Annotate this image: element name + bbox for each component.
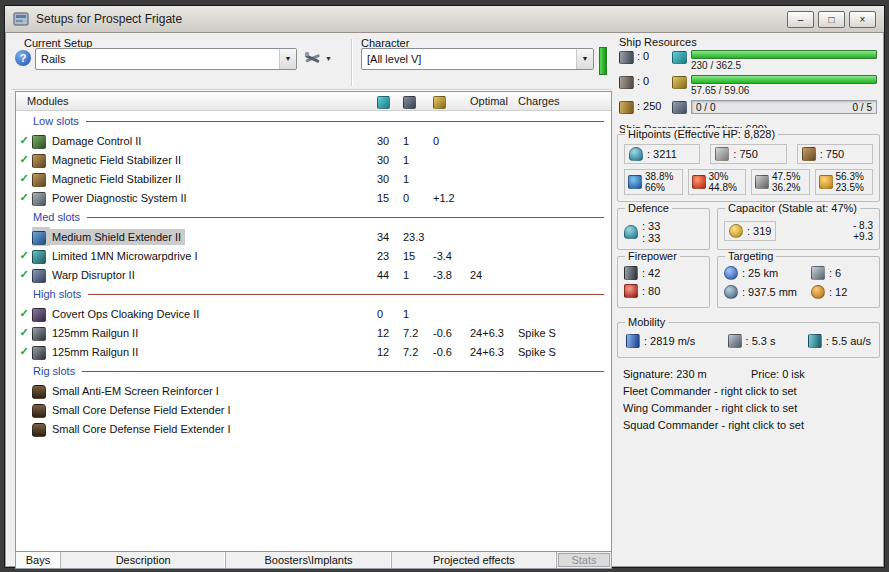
module-row-selected[interactable]: Medium Shield Extender II 34 23.3 (16, 227, 611, 246)
module-row[interactable]: Small Core Defense Field Extender I (16, 419, 611, 438)
module-row[interactable]: ✓ 125mm Railgun II 12 7.2 -0.6 24+6.3 Sp… (16, 323, 611, 342)
module-pg: 1 (403, 173, 433, 185)
module-cap: -3.4 (433, 250, 470, 262)
module-row[interactable]: ✓ 125mm Railgun II 12 7.2 -0.6 24+6.3 Sp… (16, 342, 611, 361)
modules-header[interactable]: Modules Optimal Charges (16, 92, 611, 111)
module-cap: 0 (433, 135, 470, 147)
module-cpu: 30 (377, 173, 403, 185)
capacitor-drain: - 8.3 (853, 220, 873, 231)
tab-boosters-implants[interactable]: Boosters\Implants (226, 552, 391, 568)
module-cpu: 12 (377, 327, 403, 339)
character-select[interactable]: [All level V] ▼ (361, 48, 594, 70)
optimal-column-header[interactable]: Optimal (470, 95, 518, 107)
window-controls: – □ × (787, 11, 876, 28)
module-cpu: 44 (377, 269, 403, 281)
maximize-button[interactable]: □ (818, 11, 845, 28)
shield-icon (629, 147, 643, 161)
setup-tools-button[interactable]: ▼ (303, 50, 332, 67)
minimize-button[interactable]: – (787, 11, 814, 28)
tab-description[interactable]: Description (61, 552, 226, 568)
module-cpu: 23 (377, 250, 403, 262)
module-row[interactable]: ✓ Damage Control II 30 1 0 (16, 131, 611, 150)
chevron-down-icon[interactable]: ▼ (576, 49, 593, 69)
fitted-check-icon: ✓ (16, 326, 32, 339)
thermal-armor-resist: 44.8% (709, 182, 737, 193)
fleet-commander-setting[interactable]: Fleet Commander - right click to set (623, 385, 797, 397)
explosive-resist-cell: 56.3%23.5% (815, 169, 874, 195)
module-row[interactable]: Small Core Defense Field Extender I (16, 400, 611, 419)
chevron-down-icon[interactable]: ▼ (279, 49, 296, 69)
help-icon[interactable]: ? (15, 50, 31, 66)
squad-commander-setting[interactable]: Squad Commander - right click to set (623, 419, 804, 431)
module-cpu: 34 (377, 231, 403, 243)
module-pg: 7.2 (403, 346, 433, 358)
stats-button[interactable]: Stats (558, 553, 610, 567)
module-name: Covert Ops Cloaking Device II (50, 306, 203, 322)
charges-column-header[interactable]: Charges (518, 95, 611, 107)
max-velocity-icon (626, 334, 640, 348)
module-cpu: 15 (377, 192, 403, 204)
max-targets-icon (811, 266, 825, 280)
module-row[interactable]: ✓ Limited 1MN Microwarpdrive I 23 15 -3.… (16, 246, 611, 265)
module-row[interactable]: ✓ Magnetic Field Stabilizer II 30 1 (16, 150, 611, 169)
cpu-column-icon[interactable] (377, 96, 390, 109)
firepower-box: Firepower : 42 : 80 (617, 256, 710, 308)
thermal-shield-resist: 30% (709, 171, 737, 182)
kinetic-shield-resist: 47.5% (772, 171, 800, 182)
module-row[interactable]: ✓ Covert Ops Cloaking Device II 0 1 (16, 304, 611, 323)
section-low-slots: Low slots (16, 111, 611, 131)
module-row[interactable]: ✓ Warp Disruptor II 44 1 -3.8 24 (16, 265, 611, 284)
ship-resources-title: Ship Resources (619, 36, 877, 48)
tab-bays[interactable]: Bays (16, 552, 61, 568)
module-cpu: 0 (377, 308, 403, 320)
thermal-resist-icon (692, 175, 706, 189)
section-rig-slots: Rig slots (16, 361, 611, 381)
launcher-hardpoints-icon (619, 76, 634, 89)
fitted-check-icon: ✓ (16, 134, 32, 147)
tab-projected-effects[interactable]: Projected effects (392, 552, 557, 568)
powergrid-column-icon[interactable] (403, 96, 416, 109)
mobility-title: Mobility (625, 316, 668, 328)
titlebar[interactable]: Setups for Prospect Frigate – □ × (5, 6, 884, 33)
module-row[interactable]: Small Anti-EM Screen Reinforcer I (16, 381, 611, 400)
explosive-shield-resist: 56.3% (836, 171, 864, 182)
defence-title: Defence (625, 202, 672, 214)
close-button[interactable]: × (849, 11, 876, 28)
module-name: Medium Shield Extender II (50, 229, 185, 245)
module-name: Magnetic Field Stabilizer II (50, 171, 185, 187)
module-name: Power Diagnostic System II (50, 190, 191, 206)
em-armor-resist: 66% (645, 182, 673, 193)
module-cap: -3.8 (433, 269, 470, 281)
chevron-down-icon[interactable]: ▼ (325, 55, 332, 62)
hitpoints-title: Hitpoints (Effective HP: 8,828) (625, 128, 778, 140)
module-pg: 1 (403, 154, 433, 166)
rig-icon (32, 423, 46, 437)
cpu-bar (691, 50, 877, 59)
section-med-slots: Med slots (16, 207, 611, 227)
capacitor-amount-cell: : 319 (724, 221, 776, 241)
module-cap: -0.6 (433, 327, 470, 339)
capacitor-column-icon[interactable] (433, 96, 446, 109)
railgun-icon (32, 327, 46, 341)
targeting-box: Targeting : 25 km : 6 : 937.5 mm : 12 (717, 256, 880, 308)
rig-icon (32, 385, 46, 399)
app-icon (13, 11, 29, 27)
wing-commander-setting[interactable]: Wing Commander - right click to set (623, 402, 797, 414)
scan-resolution: : 937.5 mm (742, 286, 797, 298)
module-row[interactable]: ✓ Magnetic Field Stabilizer II 30 1 (16, 169, 611, 188)
shield-hp: : 3211 (647, 148, 677, 160)
setup-select[interactable]: Rails ▼ (35, 48, 297, 70)
volley-icon (624, 266, 638, 280)
defence-value-2: : 33 (642, 232, 660, 244)
tab-bar: Bays Description Boosters\Implants Proje… (15, 552, 612, 569)
align-time: : 5.3 s (746, 335, 776, 347)
module-name: Warp Disruptor II (50, 267, 139, 283)
module-cap: +1.2 (433, 192, 470, 204)
modules-column-header[interactable]: Modules (16, 95, 377, 107)
targeting-range-icon (724, 266, 738, 280)
module-pg: 1 (403, 308, 433, 320)
module-optimal: 24+6.3 (470, 346, 518, 358)
character-value: [All level V] (362, 53, 576, 65)
turret-resource-row: : 0 230 / 362.5 (619, 50, 877, 71)
module-row[interactable]: ✓ Power Diagnostic System II 15 0 +1.2 (16, 188, 611, 207)
